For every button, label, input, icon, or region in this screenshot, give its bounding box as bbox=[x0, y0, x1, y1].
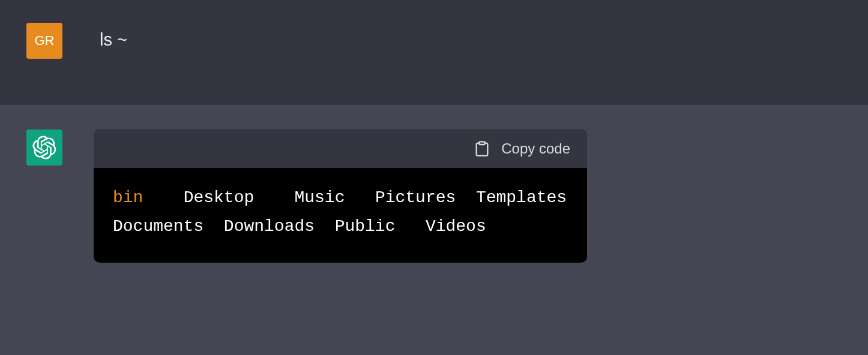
highlighted-dir: bin bbox=[113, 188, 143, 207]
code-output: bin Desktop Music Pictures Templates Doc… bbox=[94, 168, 587, 263]
assistant-message-section: Copy code bin Desktop Music Pictures Tem… bbox=[0, 106, 868, 355]
code-block-header: Copy code bbox=[94, 130, 587, 168]
clipboard-icon bbox=[474, 140, 490, 157]
assistant-message-content: Copy code bin Desktop Music Pictures Tem… bbox=[94, 130, 587, 263]
svg-rect-0 bbox=[480, 142, 485, 145]
assistant-message-row: Copy code bin Desktop Music Pictures Tem… bbox=[26, 130, 842, 263]
user-message-row: GR ls ~ bbox=[26, 23, 842, 59]
code-row-1-rest: Desktop Music Pictures Templates bbox=[143, 188, 567, 207]
user-avatar-initials: GR bbox=[35, 33, 55, 49]
assistant-avatar bbox=[26, 130, 62, 166]
code-row-1: bin Desktop Music Pictures Templates bbox=[113, 183, 568, 212]
copy-code-label: Copy code bbox=[501, 140, 570, 157]
user-message-section: GR ls ~ bbox=[0, 0, 868, 106]
openai-logo-icon bbox=[32, 136, 56, 160]
code-block: Copy code bin Desktop Music Pictures Tem… bbox=[94, 130, 587, 263]
user-message-text: ls ~ bbox=[100, 23, 127, 50]
copy-code-button[interactable]: Copy code bbox=[474, 140, 570, 157]
user-avatar: GR bbox=[26, 23, 62, 59]
code-row-2: Documents Downloads Public Videos bbox=[113, 212, 568, 241]
